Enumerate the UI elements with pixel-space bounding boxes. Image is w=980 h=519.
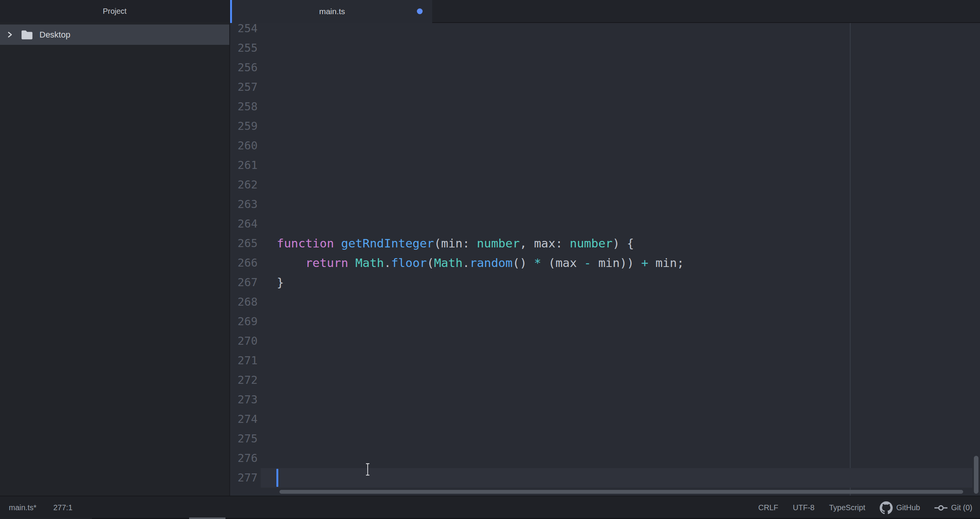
fleet-window: Project Desktop main.ts 2542552562572582… bbox=[0, 0, 980, 519]
line-number: 265 bbox=[230, 234, 258, 253]
status-git-label: Git (0) bbox=[951, 503, 972, 512]
code-line-277[interactable]: 277 bbox=[230, 468, 980, 488]
code-line-266[interactable]: 266 return Math.floor(Math.random() * (m… bbox=[230, 253, 980, 273]
code-line-274[interactable]: 274 bbox=[230, 409, 980, 429]
code-line-262[interactable]: 262 bbox=[230, 175, 980, 195]
status-github-label: GitHub bbox=[896, 503, 920, 512]
line-number: 269 bbox=[230, 312, 258, 331]
code-line-256[interactable]: 256 bbox=[230, 58, 980, 77]
line-number: 263 bbox=[230, 195, 258, 214]
code-line-268[interactable]: 268 bbox=[230, 292, 980, 312]
panel-title: Project bbox=[103, 7, 126, 16]
line-number: 264 bbox=[230, 214, 258, 234]
line-number: 267 bbox=[230, 273, 258, 292]
status-encoding[interactable]: UTF-8 bbox=[793, 503, 815, 512]
code-line-257[interactable]: 257 bbox=[230, 77, 980, 97]
code-text: return Math.floor(Math.random() * (max -… bbox=[277, 253, 684, 273]
code-line-260[interactable]: 260 bbox=[230, 136, 980, 156]
code-line-276[interactable]: 276 bbox=[230, 449, 980, 468]
project-panel: Project Desktop bbox=[0, 0, 230, 496]
line-number: 260 bbox=[230, 136, 258, 156]
line-number: 257 bbox=[230, 77, 258, 97]
line-number: 273 bbox=[230, 390, 258, 409]
vertical-scrollbar[interactable] bbox=[974, 456, 978, 494]
github-icon bbox=[880, 501, 893, 514]
line-number: 262 bbox=[230, 175, 258, 195]
tree-item-desktop[interactable]: Desktop bbox=[0, 25, 229, 45]
code-line-270[interactable]: 270 bbox=[230, 331, 980, 351]
status-bar-right: CRLF UTF-8 TypeScript GitHub Git (0) bbox=[758, 501, 972, 514]
line-number: 270 bbox=[230, 331, 258, 351]
status-github[interactable]: GitHub bbox=[880, 501, 920, 514]
code-line-255[interactable]: 255 bbox=[230, 38, 980, 58]
line-number: 275 bbox=[230, 429, 258, 449]
line-number: 261 bbox=[230, 156, 258, 175]
line-number: 272 bbox=[230, 370, 258, 390]
modified-dot-icon bbox=[417, 8, 423, 14]
code-line-263[interactable]: 263 bbox=[230, 195, 980, 214]
status-git[interactable]: Git (0) bbox=[934, 503, 972, 512]
folder-icon bbox=[21, 30, 33, 40]
code-line-272[interactable]: 272 bbox=[230, 370, 980, 390]
code-rows: 254255256257258259260261262263264265func… bbox=[230, 19, 980, 488]
text-caret bbox=[276, 469, 278, 487]
code-line-275[interactable]: 275 bbox=[230, 429, 980, 449]
tab-bar: main.ts bbox=[230, 0, 980, 23]
status-line-ending[interactable]: CRLF bbox=[758, 503, 778, 512]
tab-label: main.ts bbox=[319, 7, 345, 16]
code-line-271[interactable]: 271 bbox=[230, 351, 980, 370]
git-commit-icon bbox=[934, 504, 947, 512]
tree-item-label: Desktop bbox=[39, 30, 70, 40]
chevron-right-icon[interactable] bbox=[6, 31, 13, 38]
code-text: function getRndInteger(min: number, max:… bbox=[277, 234, 634, 253]
line-number: 258 bbox=[230, 97, 258, 116]
status-caret-position[interactable]: 277:1 bbox=[53, 503, 72, 512]
code-text: } bbox=[277, 273, 284, 292]
line-number: 259 bbox=[230, 116, 258, 136]
editor-pane[interactable]: 254255256257258259260261262263264265func… bbox=[230, 0, 980, 496]
status-bar: main.ts* 277:1 CRLF UTF-8 TypeScript Git… bbox=[0, 496, 980, 519]
code-line-261[interactable]: 261 bbox=[230, 156, 980, 175]
line-number: 266 bbox=[230, 253, 258, 273]
status-bar-left: main.ts* 277:1 bbox=[9, 503, 72, 512]
code-line-258[interactable]: 258 bbox=[230, 97, 980, 116]
project-panel-header: Project bbox=[0, 0, 229, 22]
line-number: 274 bbox=[230, 409, 258, 429]
tab-main-ts[interactable]: main.ts bbox=[230, 0, 432, 23]
status-filename: main.ts* bbox=[9, 503, 36, 512]
code-line-267[interactable]: 267} bbox=[230, 273, 980, 292]
line-number: 277 bbox=[230, 468, 258, 488]
code-line-265[interactable]: 265function getRndInteger(min: number, m… bbox=[230, 234, 980, 253]
code-line-273[interactable]: 273 bbox=[230, 390, 980, 409]
code-line-259[interactable]: 259 bbox=[230, 116, 980, 136]
code-line-269[interactable]: 269 bbox=[230, 312, 980, 331]
code-line-264[interactable]: 264 bbox=[230, 214, 980, 234]
line-number: 276 bbox=[230, 449, 258, 468]
line-number: 255 bbox=[230, 38, 258, 58]
line-number: 256 bbox=[230, 58, 258, 77]
horizontal-scrollbar[interactable] bbox=[279, 490, 963, 494]
status-language[interactable]: TypeScript bbox=[829, 503, 865, 512]
line-number: 268 bbox=[230, 292, 258, 312]
line-number: 271 bbox=[230, 351, 258, 370]
taskbar-handle bbox=[189, 517, 225, 519]
